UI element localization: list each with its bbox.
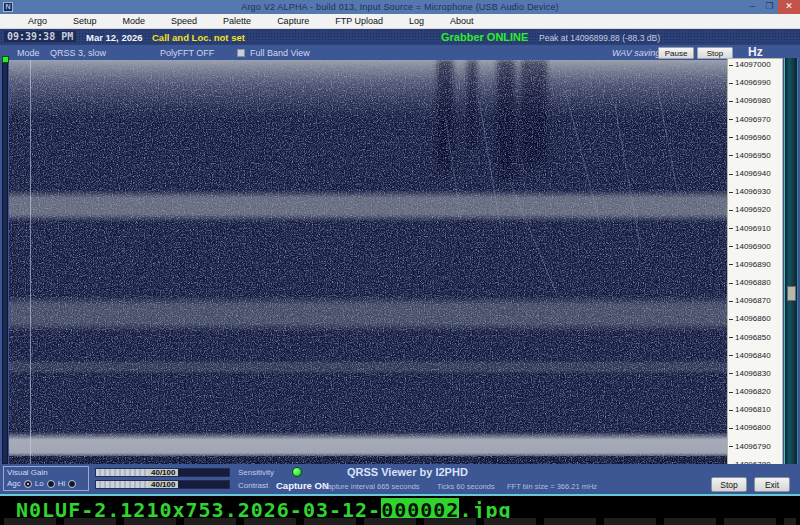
- menu-item[interactable]: Speed: [171, 16, 197, 26]
- title-bar: N Argo V2 ALPHA - build 013, Input Sourc…: [0, 0, 800, 14]
- stop-wav-button[interactable]: Stop: [697, 47, 733, 59]
- fft-bin-info: FFT bin size = 366.21 mHz: [507, 482, 597, 491]
- frequency-tick: 14096900: [729, 243, 782, 251]
- tick-mark: [729, 192, 733, 193]
- capture-led-icon: [292, 467, 302, 477]
- tick-mark: [729, 65, 733, 66]
- sensitivity-slider-fill: [96, 469, 148, 476]
- bottom-segments: [4, 518, 796, 525]
- tick-mark: [729, 264, 733, 265]
- ticks-info: Ticks 60 seconds: [437, 482, 495, 491]
- frequency-tick: 14096880: [729, 279, 782, 287]
- sensitivity-slider[interactable]: 40/100: [95, 468, 230, 477]
- frequency-tick: 14096960: [729, 134, 782, 142]
- lo-radio[interactable]: [47, 480, 55, 488]
- clock-display: 09:39:38 PM: [4, 31, 76, 42]
- tick-mark: [729, 301, 733, 302]
- visual-gain-label: Visual Gain: [7, 468, 48, 477]
- app-caption: QRSS Viewer by I2PHD: [347, 466, 468, 478]
- call-locator-notice: Call and Loc. not set: [152, 32, 245, 43]
- grabber-status: Grabber ONLINE: [441, 31, 528, 43]
- tick-mark: [729, 446, 733, 447]
- tick-mark: [729, 410, 733, 411]
- filename-strip: N0LUF-2.1210x753.2026-03-12-000002.jpg: [0, 496, 800, 525]
- window-title: Argo V2 ALPHA - build 013, Input Source …: [0, 2, 800, 12]
- lo-label: Lo: [35, 479, 44, 488]
- menu-item[interactable]: Capture: [277, 16, 309, 26]
- frequency-tick: 14096950: [729, 152, 782, 160]
- frequency-tick: 14096820: [729, 388, 782, 396]
- frequency-scale: 14097000 14096990 14096980 14096970 1409…: [727, 58, 783, 472]
- display-area: 14097000 14096990 14096980 14096970 1409…: [0, 60, 800, 465]
- tick-mark: [729, 210, 733, 211]
- control-bar: Visual Gain Agc Lo Hi 40/100 40/100 Sens…: [0, 464, 800, 496]
- frequency-tick: 14096930: [729, 188, 782, 196]
- status-bar: 09:39:38 PM Mar 12, 2026 Call and Loc. n…: [0, 29, 800, 45]
- left-edge-strip: [2, 60, 8, 464]
- full-band-view-checkbox[interactable]: [237, 49, 245, 57]
- tick-mark: [729, 392, 733, 393]
- tick-mark: [729, 101, 733, 102]
- menu-item[interactable]: FTP Upload: [335, 16, 383, 26]
- peak-readout: Peak at 14096899.88 (-88.3 dB): [539, 33, 660, 43]
- capture-status: Capture ON: [276, 480, 329, 491]
- menu-item[interactable]: Log: [409, 16, 424, 26]
- menu-item[interactable]: Argo: [28, 16, 47, 26]
- tick-mark: [729, 337, 733, 338]
- frequency-tick: 14096860: [729, 315, 782, 323]
- frequency-tick: 14096870: [729, 297, 782, 305]
- tick-mark: [729, 119, 733, 120]
- tick-mark: [729, 83, 733, 84]
- hz-axis-label: Hz: [748, 45, 763, 59]
- tick-mark: [729, 283, 733, 284]
- hi-radio[interactable]: [68, 480, 76, 488]
- menu-bar: ArgoSetupModeSpeedPaletteCaptureFTP Uplo…: [0, 14, 800, 29]
- tick-mark: [729, 174, 733, 175]
- maximize-button[interactable]: ❐: [761, 0, 778, 14]
- visual-gain-group: Visual Gain Agc Lo Hi: [3, 466, 89, 491]
- tick-mark: [729, 137, 733, 138]
- spectrogram-display[interactable]: [9, 60, 727, 464]
- polyfft-status: PolyFFT OFF: [160, 48, 214, 58]
- argo-app-window: N Argo V2 ALPHA - build 013, Input Sourc…: [0, 0, 800, 525]
- sensitivity-label: Sensitivity: [238, 468, 274, 477]
- tick-mark: [729, 373, 733, 374]
- mode-value: QRSS 3, slow: [50, 48, 106, 58]
- tick-mark: [729, 246, 733, 247]
- minimize-button[interactable]: –: [744, 0, 761, 14]
- hi-label: Hi: [58, 479, 66, 488]
- frequency-scrollbar[interactable]: [784, 58, 798, 472]
- frequency-tick: 14096790: [729, 443, 782, 451]
- tick-mark: [729, 355, 733, 356]
- sync-marker: [2, 56, 9, 63]
- frequency-tick: 14096840: [729, 352, 782, 360]
- full-band-view-label: Full Band View: [250, 48, 310, 58]
- wav-saving-label: WAV saving: [612, 48, 660, 58]
- frequency-tick: 14096810: [729, 406, 782, 414]
- frequency-tick: 14096910: [729, 225, 782, 233]
- menu-item[interactable]: Mode: [123, 16, 146, 26]
- stop-button[interactable]: Stop: [711, 477, 747, 492]
- frequency-tick: 14096920: [729, 206, 782, 214]
- frequency-tick: 14096890: [729, 261, 782, 269]
- mode-bar: Mode QRSS 3, slow PolyFFT OFF Full Band …: [0, 45, 800, 60]
- menu-item[interactable]: Setup: [73, 16, 97, 26]
- tick-mark: [729, 228, 733, 229]
- contrast-slider[interactable]: 40/100: [95, 480, 230, 489]
- frequency-tick: 14097000: [729, 61, 782, 69]
- frequency-tick: 14096990: [729, 79, 782, 87]
- frequency-tick: 14096850: [729, 334, 782, 342]
- app-icon: N: [3, 2, 13, 12]
- frequency-tick: 14096980: [729, 97, 782, 105]
- frequency-tick: 14096800: [729, 424, 782, 432]
- exit-button[interactable]: Exit: [754, 477, 790, 492]
- tick-mark: [729, 319, 733, 320]
- menu-item[interactable]: Palette: [223, 16, 251, 26]
- capture-interval-info: Capture interval 665 seconds: [322, 482, 420, 491]
- pause-button[interactable]: Pause: [658, 47, 694, 59]
- close-button[interactable]: ✕: [778, 0, 800, 14]
- frequency-tick: 14096970: [729, 116, 782, 124]
- agc-radio[interactable]: [24, 480, 32, 488]
- menu-item[interactable]: About: [450, 16, 474, 26]
- scrollbar-thumb[interactable]: [787, 286, 796, 301]
